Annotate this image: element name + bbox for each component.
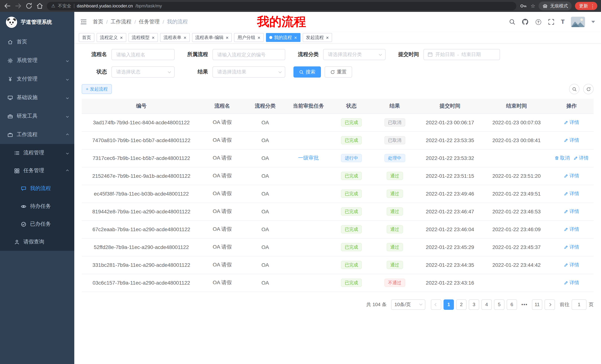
search-icon[interactable] [509, 19, 516, 25]
sidebar-item-process-management[interactable]: 流程管理 [0, 144, 74, 162]
table-row: 7317cec6-7b9b-11ec-b5b7-acde48001122OA 请… [82, 149, 594, 167]
close-icon[interactable]: × [120, 35, 123, 40]
help-icon[interactable]: ? [535, 19, 541, 25]
detail-action[interactable]: 详情 [564, 244, 579, 250]
avatar[interactable] [571, 17, 585, 27]
page-button[interactable]: 11 [532, 299, 542, 310]
logo[interactable]: 芋道管理系统 [0, 12, 74, 33]
prev-page-button[interactable] [431, 299, 441, 310]
page-button[interactable]: 1 [443, 299, 454, 310]
detail-action[interactable]: 详情 [564, 208, 579, 215]
sidebar-item-dev-tools[interactable]: 研发工具 [0, 107, 74, 125]
key-icon[interactable] [520, 2, 527, 10]
close-icon[interactable]: × [258, 35, 260, 40]
caret-down-icon[interactable] [591, 21, 595, 23]
cell-submit-time: 2022-01-22 23:53:32 [416, 149, 483, 167]
refresh-table-button[interactable] [583, 84, 594, 94]
detail-action[interactable]: 详情 [564, 137, 579, 144]
tab-start-process[interactable]: 发起流程× [302, 33, 332, 42]
font-size-icon[interactable]: T [561, 19, 565, 25]
sidebar-item-label: 流程管理 [23, 150, 63, 156]
cell-result: 通过 [373, 203, 416, 220]
cell-end-time: 2022-01-22 23:51:20 [483, 167, 550, 185]
tab-label: 流程模型 [132, 34, 150, 41]
detail-action[interactable]: 详情 [564, 190, 579, 197]
jump-page-input[interactable] [572, 299, 587, 310]
more-vertical-icon[interactable]: ⋮ [590, 3, 595, 8]
forward-icon[interactable] [14, 2, 22, 10]
current-task-link[interactable]: 一级审批 [298, 155, 319, 161]
breadcrumb-separator: / [134, 19, 136, 25]
page-button[interactable]: 3 [469, 299, 479, 310]
next-page-button[interactable] [545, 299, 555, 310]
close-icon[interactable]: × [183, 35, 186, 40]
toggle-search-button[interactable] [569, 84, 580, 94]
hamburger-icon[interactable] [80, 19, 87, 25]
fullscreen-icon[interactable] [548, 19, 555, 25]
detail-action[interactable]: 详情 [564, 262, 579, 268]
sidebar-item-home[interactable]: 首页 [0, 33, 74, 51]
sidebar-item-workflow[interactable]: 工作流程 [0, 125, 74, 144]
search-button[interactable]: 搜索 [293, 67, 321, 77]
sidebar-item-system-management[interactable]: 系统管理 [0, 51, 74, 70]
tab-user-group[interactable]: 用户分组× [234, 33, 264, 42]
page-button[interactable]: 5 [494, 299, 504, 310]
close-icon[interactable]: × [152, 35, 155, 40]
detail-action[interactable]: 详情 [564, 119, 579, 126]
breadcrumb-item[interactable]: 工作流程 [111, 19, 131, 25]
tab-label: 流程表单 [163, 34, 181, 41]
cancel-action[interactable]: 取消 [554, 155, 570, 161]
close-icon[interactable]: × [326, 35, 329, 40]
process-name-input[interactable] [111, 49, 175, 60]
reset-button[interactable]: 重置 [325, 67, 352, 77]
star-icon[interactable]: ☆ [531, 3, 535, 9]
breadcrumb-item[interactable]: 任务管理 [139, 19, 160, 25]
chevron-up-icon [66, 169, 69, 172]
detail-action[interactable]: 详情 [573, 155, 589, 161]
page-button[interactable]: 6 [507, 299, 517, 310]
page-size-select[interactable]: 10条/页 [391, 299, 425, 310]
category-select[interactable]: 请选择流程分类 [323, 49, 386, 60]
cell-status: 已完成 [330, 203, 373, 220]
page-button[interactable]: 2 [456, 299, 467, 310]
page-button[interactable]: 4 [481, 299, 492, 310]
table-row: 7470a810-7b9b-11ec-b5b7-acde48001122OA 请… [82, 131, 594, 149]
address-bar[interactable]: ⚠ 不安全 dashboard.yudao.iocoder.cn/bpm/tas… [47, 2, 517, 10]
cell-status: 已完成 [330, 274, 373, 292]
sidebar-item-leave-query[interactable]: 请假查询 [0, 233, 74, 251]
process-definition-input[interactable] [212, 49, 285, 60]
sidebar-item-label: 任务管理 [23, 167, 63, 174]
github-icon[interactable] [522, 19, 529, 25]
breadcrumb-separator: / [106, 19, 108, 25]
cell-name: OA 请假 [201, 185, 243, 203]
sidebar-item-payment-management[interactable]: 支付管理 [0, 70, 74, 88]
browser-home-icon[interactable] [36, 2, 43, 10]
detail-action[interactable]: 详情 [564, 172, 579, 179]
result-select[interactable]: 请选择流结果 [212, 67, 285, 77]
tab-process-model[interactable]: 流程模型× [128, 33, 158, 42]
update-button[interactable]: 更新 ⋮ [575, 2, 597, 10]
back-icon[interactable] [4, 2, 11, 10]
tab-process-definition[interactable]: 流程定义× [97, 33, 126, 42]
sidebar-item-task-management[interactable]: 任务管理 [0, 162, 74, 180]
tab-process-form-edit[interactable]: 流程表单-编辑× [192, 33, 232, 42]
sidebar-item-todo-tasks[interactable]: 待办任务 [0, 197, 74, 215]
create-process-button[interactable]: + 发起流程 [82, 84, 112, 94]
sidebar-item-infrastructure[interactable]: 基础设施 [0, 88, 74, 107]
tab-home[interactable]: 首页 [79, 33, 94, 42]
annotation-text: 我的流程 [257, 14, 306, 30]
submit-time-range[interactable]: 开始日期 - 结束日期 [423, 49, 500, 60]
close-icon[interactable]: × [226, 35, 229, 40]
close-icon[interactable]: × [294, 35, 297, 40]
sidebar-item-done-tasks[interactable]: 已办任务 [0, 215, 74, 233]
breadcrumb-item[interactable]: 首页 [93, 19, 103, 25]
sidebar-item-my-process[interactable]: 我的流程 [0, 180, 74, 197]
tab-process-form[interactable]: 流程表单× [160, 33, 190, 42]
active-dot [269, 36, 272, 39]
edit-icon [573, 156, 578, 160]
detail-action[interactable]: 详情 [564, 226, 579, 233]
status-select[interactable]: 请选择状态 [111, 67, 175, 77]
detail-action[interactable]: 详情 [564, 279, 579, 286]
tab-my-process[interactable]: 我的流程× [266, 33, 300, 42]
reload-icon[interactable] [25, 2, 33, 10]
